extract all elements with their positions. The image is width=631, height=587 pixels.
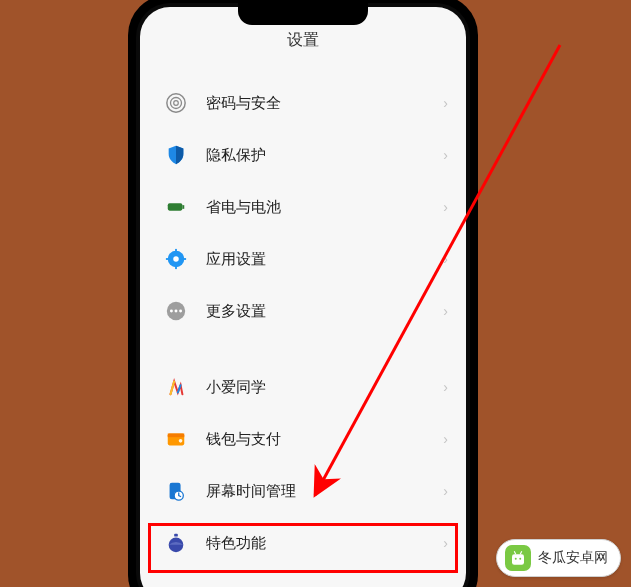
watermark-text: 冬瓜安卓网 xyxy=(538,549,608,567)
svg-point-12 xyxy=(170,310,173,313)
svg-rect-23 xyxy=(512,554,524,565)
gear-icon xyxy=(164,247,188,271)
phone-frame: 设置 密码与安全 › 隐私保护 › xyxy=(128,0,478,587)
settings-item-label: 小爱同学 xyxy=(206,378,443,397)
shield-icon xyxy=(164,143,188,167)
svg-rect-10 xyxy=(182,258,186,260)
svg-point-2 xyxy=(174,101,179,106)
settings-item-features[interactable]: 特色功能 › xyxy=(140,517,466,569)
chevron-right-icon: › xyxy=(443,535,448,551)
chevron-right-icon: › xyxy=(443,379,448,395)
xiaoai-icon xyxy=(164,375,188,399)
settings-item-wallet[interactable]: 钱包与支付 › xyxy=(140,413,466,465)
chevron-right-icon: › xyxy=(443,147,448,163)
svg-point-6 xyxy=(173,256,179,262)
chevron-right-icon: › xyxy=(443,431,448,447)
settings-item-label: 省电与电池 xyxy=(206,198,443,217)
svg-point-0 xyxy=(167,94,185,112)
settings-item-password-security[interactable]: 密码与安全 › xyxy=(140,77,466,129)
settings-item-label: 屏幕时间管理 xyxy=(206,482,443,501)
settings-item-more[interactable]: 更多设置 › xyxy=(140,285,466,337)
phone-notch xyxy=(238,3,368,25)
features-icon xyxy=(164,531,188,555)
svg-rect-8 xyxy=(175,265,177,269)
settings-list: 密码与安全 › 隐私保护 › 省电与电池 › xyxy=(140,57,466,569)
screentime-icon xyxy=(164,479,188,503)
svg-rect-9 xyxy=(166,258,170,260)
svg-point-1 xyxy=(171,98,182,109)
chevron-right-icon: › xyxy=(443,483,448,499)
svg-point-24 xyxy=(515,558,517,560)
svg-rect-7 xyxy=(175,249,177,253)
chevron-right-icon: › xyxy=(443,251,448,267)
svg-rect-20 xyxy=(174,534,178,537)
settings-item-battery[interactable]: 省电与电池 › xyxy=(140,181,466,233)
chevron-right-icon: › xyxy=(443,199,448,215)
svg-point-13 xyxy=(175,310,178,313)
svg-point-17 xyxy=(179,439,183,443)
svg-line-27 xyxy=(520,551,522,554)
page-title: 设置 xyxy=(287,30,319,51)
settings-item-label: 钱包与支付 xyxy=(206,430,443,449)
chevron-right-icon: › xyxy=(443,95,448,111)
settings-item-privacy[interactable]: 隐私保护 › xyxy=(140,129,466,181)
chevron-right-icon: › xyxy=(443,303,448,319)
phone-screen: 设置 密码与安全 › 隐私保护 › xyxy=(140,7,466,587)
svg-rect-3 xyxy=(168,203,183,210)
dots-icon xyxy=(164,299,188,323)
settings-item-xiaoai[interactable]: 小爱同学 › xyxy=(140,361,466,413)
battery-icon xyxy=(164,195,188,219)
settings-item-apps[interactable]: 应用设置 › xyxy=(140,233,466,285)
watermark: 冬瓜安卓网 xyxy=(496,539,621,577)
settings-item-screentime[interactable]: 屏幕时间管理 › xyxy=(140,465,466,517)
svg-rect-4 xyxy=(182,205,184,209)
settings-item-label: 隐私保护 xyxy=(206,146,443,165)
svg-line-26 xyxy=(514,551,516,554)
svg-rect-16 xyxy=(168,434,185,438)
svg-point-21 xyxy=(169,538,184,553)
settings-item-label: 更多设置 xyxy=(206,302,443,321)
phone-bezel: 设置 密码与安全 › 隐私保护 › xyxy=(136,3,470,587)
svg-point-25 xyxy=(519,558,521,560)
settings-item-label: 应用设置 xyxy=(206,250,443,269)
fingerprint-icon xyxy=(164,91,188,115)
watermark-icon xyxy=(505,545,531,571)
section-gap xyxy=(140,337,466,361)
svg-point-14 xyxy=(179,310,182,313)
settings-item-label: 特色功能 xyxy=(206,534,443,553)
wallet-icon xyxy=(164,427,188,451)
settings-item-label: 密码与安全 xyxy=(206,94,443,113)
